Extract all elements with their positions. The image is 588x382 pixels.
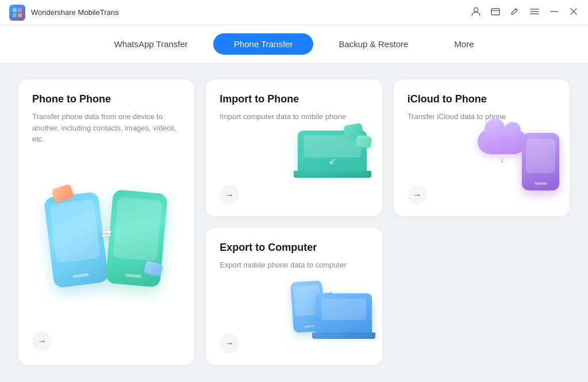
title-bar-controls — [471, 6, 579, 18]
arrow-icon: → — [413, 190, 422, 200]
menu-icon[interactable] — [529, 6, 540, 18]
icloud-to-phone-card[interactable]: iCloud to Phone Transfer iCloud data to … — [394, 79, 570, 216]
phone-to-phone-title: Phone to Phone — [32, 93, 180, 105]
phone-to-phone-card[interactable]: Phone to Phone Transfer phone data from … — [18, 79, 194, 365]
arrow-icon: → — [37, 336, 47, 346]
import-to-phone-desc: Import computer data to mobile phone — [220, 111, 368, 123]
import-to-phone-arrow-button[interactable]: → — [220, 185, 239, 205]
window-icon[interactable] — [490, 6, 501, 18]
svg-rect-3 — [18, 13, 22, 17]
card-text-area: Phone to Phone Transfer phone data from … — [32, 93, 180, 145]
export-to-computer-arrow-button[interactable]: → — [220, 334, 239, 353]
svg-rect-0 — [13, 8, 17, 12]
svg-rect-2 — [13, 13, 17, 17]
phone-to-phone-arrow-button[interactable]: → — [32, 331, 52, 351]
app-title: Wondershare MobileTrans — [31, 8, 118, 17]
export-to-computer-title: Export to Computer — [220, 242, 368, 254]
app-icon — [9, 5, 25, 21]
arrow-icon: → — [225, 190, 234, 200]
svg-point-4 — [474, 8, 478, 12]
close-icon[interactable] — [568, 6, 579, 18]
phone-to-phone-desc: Transfer phone data from one device to a… — [32, 111, 180, 145]
edit-icon[interactable] — [510, 6, 520, 18]
icloud-to-phone-title: iCloud to Phone — [408, 93, 556, 105]
nav-backup-restore[interactable]: Backup & Restore — [318, 33, 429, 55]
svg-rect-5 — [491, 9, 499, 15]
title-bar-left: Wondershare MobileTrans — [9, 5, 118, 21]
export-to-computer-card[interactable]: Export to Computer Export mobile phone d… — [206, 228, 382, 365]
nav-phone-transfer[interactable]: Phone Transfer — [213, 33, 314, 55]
main-content: Phone to Phone Transfer phone data from … — [0, 63, 588, 381]
profile-icon[interactable] — [471, 6, 481, 18]
nav-whatsapp-transfer[interactable]: WhatsApp Transfer — [93, 33, 208, 55]
svg-rect-1 — [18, 8, 22, 12]
nav-bar: WhatsApp Transfer Phone Transfer Backup … — [0, 25, 588, 63]
import-to-phone-title: Import to Phone — [220, 93, 368, 105]
arrow-icon: → — [225, 338, 234, 349]
title-bar: Wondershare MobileTrans — [0, 0, 588, 25]
nav-more[interactable]: More — [433, 33, 494, 55]
minimize-icon[interactable] — [549, 6, 559, 18]
import-to-phone-card[interactable]: Import to Phone Import computer data to … — [206, 79, 382, 216]
icloud-to-phone-arrow-button[interactable]: → — [408, 185, 427, 205]
